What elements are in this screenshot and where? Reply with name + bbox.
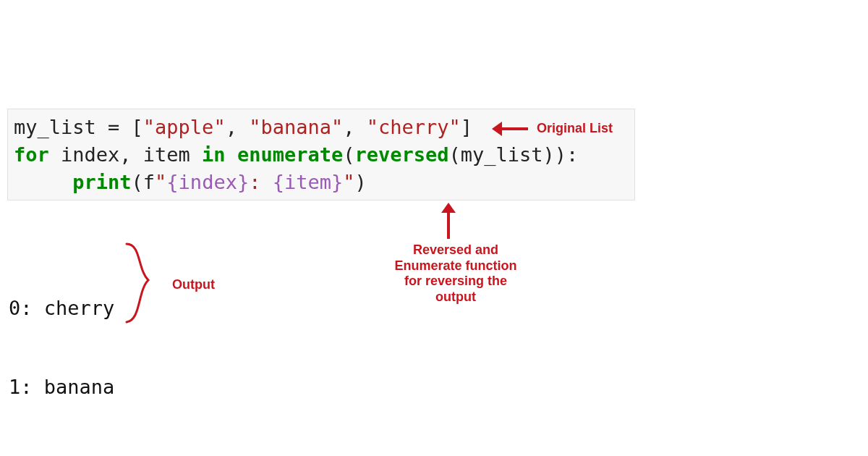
output-block: 0: cherry 1: banana 2: apple	[9, 242, 114, 456]
builtin-print: print	[72, 171, 131, 193]
string-literal: "cherry"	[367, 116, 461, 138]
fstring-expr: {item}	[273, 171, 344, 193]
output-line: 1: banana	[9, 374, 114, 400]
brace-icon	[123, 240, 166, 326]
output-line: 2: apple	[9, 454, 114, 457]
annotation-reversed: Reversed and Enumerate function for reve…	[394, 242, 517, 305]
keyword-for: for	[14, 143, 49, 166]
var-name: my_list	[14, 116, 96, 138]
code-line-2: for index, item in enumerate(reversed(my…	[14, 141, 629, 169]
string-literal: "banana"	[249, 116, 343, 138]
annotation-original-list: Original List	[537, 121, 613, 136]
code-line-3: print(f"{index}: {item}")	[14, 169, 629, 196]
fstring-expr: {index}	[166, 171, 249, 193]
keyword-in: in	[202, 143, 226, 166]
arrow-up-icon	[441, 203, 456, 239]
builtin-enumerate: enumerate	[237, 143, 343, 166]
output-line: 0: cherry	[9, 295, 114, 321]
builtin-reversed: reversed	[354, 143, 448, 166]
string-literal: "apple"	[143, 116, 226, 138]
annotation-output: Output	[172, 277, 215, 292]
arrow-left-icon	[492, 122, 528, 136]
